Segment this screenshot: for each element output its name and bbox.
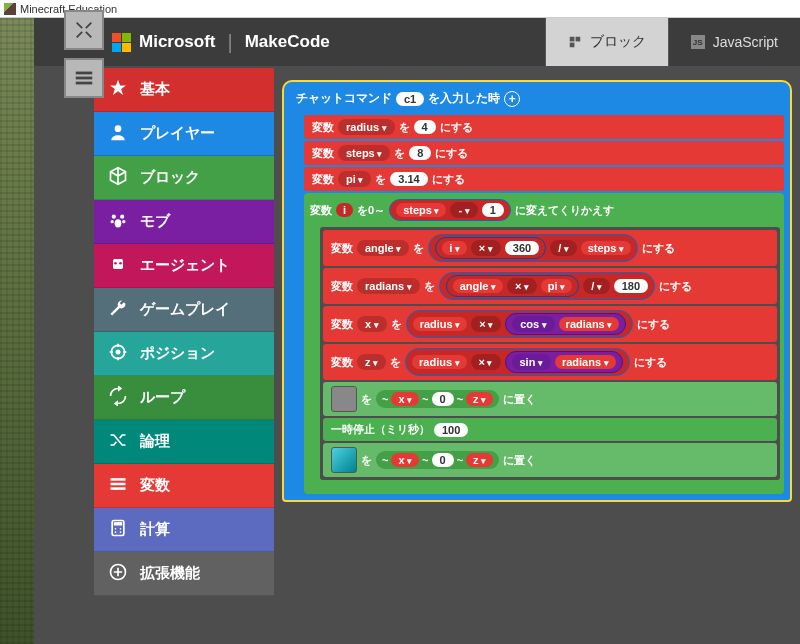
game-background bbox=[0, 18, 34, 644]
svg-point-25 bbox=[120, 531, 122, 533]
category-sidebar: 基本プレイヤーブロックモブエージェントゲームプレイポジションループ論理変数計算拡… bbox=[94, 66, 274, 644]
svg-point-24 bbox=[115, 531, 117, 533]
svg-point-16 bbox=[116, 350, 121, 355]
shuffle-icon bbox=[108, 430, 128, 453]
block-picker-icon[interactable] bbox=[331, 386, 357, 412]
calc-icon bbox=[108, 518, 128, 541]
svg-rect-18 bbox=[111, 483, 126, 486]
svg-point-22 bbox=[115, 528, 117, 530]
divider: | bbox=[228, 31, 233, 54]
svg-rect-1 bbox=[76, 77, 93, 80]
paw-icon bbox=[108, 210, 128, 233]
cube-icon bbox=[108, 166, 128, 189]
svg-rect-2 bbox=[76, 82, 93, 85]
category-robot[interactable]: エージェント bbox=[94, 244, 274, 288]
svg-rect-4 bbox=[575, 37, 580, 42]
tab-javascript[interactable]: JS JavaScript bbox=[668, 18, 800, 66]
set-angle-block[interactable]: 変数 angle を i × 360 bbox=[323, 230, 777, 266]
person-icon bbox=[108, 122, 128, 145]
category-label: 拡張機能 bbox=[140, 564, 200, 583]
target-icon bbox=[108, 342, 128, 365]
x-expr[interactable]: radius × cos radians bbox=[406, 310, 634, 338]
set-steps-block[interactable]: 変数 steps を 8 にする bbox=[304, 141, 784, 165]
category-label: ループ bbox=[140, 388, 185, 407]
category-label: モブ bbox=[140, 212, 170, 231]
chat-suffix: を入力した時 bbox=[428, 90, 500, 107]
svg-rect-0 bbox=[76, 72, 93, 75]
editor-topbar: Microsoft | MakeCode ブロック JS JavaScript bbox=[34, 18, 800, 66]
chat-prefix: チャットコマンド bbox=[296, 90, 392, 107]
wrench-icon bbox=[108, 298, 128, 321]
blocks-canvas[interactable]: チャットコマンド c1 を入力した時 + 変数 radius を 4 にする bbox=[274, 66, 800, 644]
set-z-block[interactable]: 変数 z を radius × sin radi bbox=[323, 344, 777, 380]
svg-rect-12 bbox=[113, 259, 123, 269]
svg-rect-5 bbox=[569, 43, 574, 48]
chat-cmd-input[interactable]: c1 bbox=[396, 92, 424, 106]
block-picker-icon[interactable] bbox=[331, 447, 357, 473]
svg-point-23 bbox=[120, 528, 122, 530]
position-expr[interactable]: ~ x ~ 0 ~ z bbox=[376, 451, 499, 469]
category-label: エージェント bbox=[140, 256, 230, 275]
loop-icon bbox=[108, 386, 128, 409]
svg-rect-17 bbox=[111, 478, 126, 481]
microsoft-label: Microsoft bbox=[139, 32, 216, 52]
category-label: 変数 bbox=[140, 476, 170, 495]
category-label: ゲームプレイ bbox=[140, 300, 230, 319]
category-target[interactable]: ポジション bbox=[94, 332, 274, 376]
angle-expr[interactable]: i × 360 / steps bbox=[428, 234, 638, 262]
category-star[interactable]: 基本 bbox=[94, 68, 274, 112]
menu-button[interactable] bbox=[64, 58, 104, 98]
svg-point-11 bbox=[115, 219, 122, 227]
place-block-2[interactable]: を ~ x ~ 0 ~ z bbox=[323, 443, 777, 477]
add-param-button[interactable]: + bbox=[504, 91, 520, 107]
category-shuffle[interactable]: 論理 bbox=[94, 420, 274, 464]
category-label: ポジション bbox=[140, 344, 215, 363]
z-expr[interactable]: radius × sin radians bbox=[405, 348, 630, 376]
category-label: 計算 bbox=[140, 520, 170, 539]
app-icon bbox=[4, 3, 16, 15]
microsoft-logo-icon bbox=[112, 33, 131, 52]
svg-point-14 bbox=[119, 262, 122, 265]
set-radius-block[interactable]: 変数 radius を 4 にする bbox=[304, 115, 784, 139]
svg-point-10 bbox=[122, 220, 125, 223]
category-loop[interactable]: ループ bbox=[94, 376, 274, 420]
set-radians-block[interactable]: 変数 radians を angle × pi bbox=[323, 268, 777, 304]
tab-js-label: JavaScript bbox=[713, 34, 778, 50]
svg-rect-21 bbox=[114, 522, 122, 525]
svg-rect-19 bbox=[111, 487, 126, 490]
tab-blocks-label: ブロック bbox=[590, 33, 646, 51]
category-calc[interactable]: 計算 bbox=[94, 508, 274, 552]
place-block-1[interactable]: を ~ x ~ 0 ~ z bbox=[323, 382, 777, 416]
category-paw[interactable]: モブ bbox=[94, 200, 274, 244]
svg-point-13 bbox=[114, 262, 117, 265]
pause-block[interactable]: 一時停止（ミリ秒） 100 bbox=[323, 418, 777, 441]
set-pi-block[interactable]: 変数 pi を 3.14 にする bbox=[304, 167, 784, 191]
category-label: 論理 bbox=[140, 432, 170, 451]
svg-point-8 bbox=[120, 215, 124, 219]
makecode-label: MakeCode bbox=[245, 32, 330, 52]
set-x-block[interactable]: 変数 x を radius × cos radi bbox=[323, 306, 777, 342]
tab-blocks[interactable]: ブロック bbox=[545, 18, 668, 66]
fullscreen-button[interactable] bbox=[64, 10, 104, 50]
category-label: プレイヤー bbox=[140, 124, 215, 143]
category-person[interactable]: プレイヤー bbox=[94, 112, 274, 156]
svg-rect-3 bbox=[569, 37, 574, 42]
category-label: ブロック bbox=[140, 168, 200, 187]
svg-point-6 bbox=[115, 125, 122, 132]
on-chat-command-block[interactable]: チャットコマンド c1 を入力した時 + 変数 radius を 4 にする bbox=[282, 80, 792, 502]
category-plus[interactable]: 拡張機能 bbox=[94, 552, 274, 596]
svg-point-7 bbox=[112, 215, 116, 219]
window-titlebar: Minecraft Education bbox=[0, 0, 800, 18]
category-list[interactable]: 変数 bbox=[94, 464, 274, 508]
radians-expr[interactable]: angle × pi / 180 bbox=[439, 272, 655, 300]
for-loop-block[interactable]: 変数 i を0～ steps - 1 に変えてくりかえす bbox=[304, 193, 784, 494]
js-icon: JS bbox=[691, 35, 705, 49]
position-expr[interactable]: ~ x ~ 0 ~ z bbox=[376, 390, 499, 408]
svg-point-9 bbox=[111, 220, 114, 223]
plus-icon bbox=[108, 562, 128, 585]
list-icon bbox=[108, 474, 128, 497]
category-cube[interactable]: ブロック bbox=[94, 156, 274, 200]
category-wrench[interactable]: ゲームプレイ bbox=[94, 288, 274, 332]
steps-minus-1[interactable]: steps - 1 bbox=[389, 199, 511, 221]
category-label: 基本 bbox=[140, 80, 170, 99]
